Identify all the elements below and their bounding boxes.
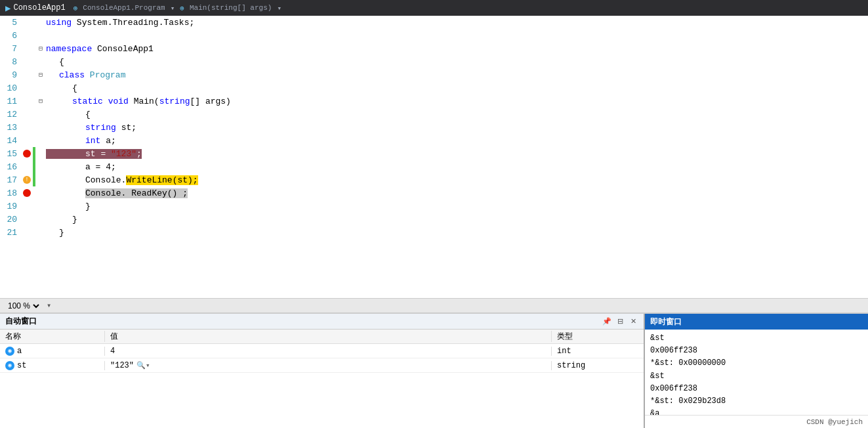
immediate-line-0: &st: [650, 332, 863, 345]
code-content-8: {: [46, 57, 64, 67]
immediate-line-3: &st: [650, 370, 863, 383]
auto-row-1[interactable]: ◉ st "123" 🔍▾ string: [0, 358, 644, 373]
collapse-area-5: [35, 16, 46, 29]
auto-panel-columns: 名称 值 类型: [0, 330, 644, 344]
collapse-area-13: [35, 121, 46, 134]
code-line-10: 10{: [0, 81, 868, 95]
code-line-6: 6: [0, 29, 868, 42]
breadcrumb-separator: ▾: [171, 4, 175, 12]
app-icon: ▶: [5, 3, 10, 14]
var-icon-0: ◉: [5, 347, 14, 356]
collapse-area-20: [35, 213, 46, 226]
code-content-5: using System.Threading.Tasks;: [46, 18, 194, 28]
app-title: ConsoleApp1: [13, 3, 65, 12]
breadcrumb1: ConsoleApp1.Program: [83, 4, 165, 12]
auto-panel-dock-btn[interactable]: ⊟: [615, 316, 625, 327]
collapse-area-9[interactable]: ⊟: [35, 68, 46, 81]
immediate-content[interactable]: &st0x006ff238 *&st: 0x00000000&st0x006ff…: [645, 330, 868, 415]
breakpoint-red-15: [23, 150, 31, 158]
breakpoint-col-17[interactable]: !: [21, 176, 33, 184]
breadcrumb-section: ⊕ ConsoleApp1.Program ▾ ⊕ Main(string[] …: [73, 4, 863, 12]
code-content-12: {: [46, 110, 91, 119]
code-content-14: int a;: [46, 136, 116, 146]
code-editor: 5using System.Threading.Tasks;67⊟namespa…: [0, 16, 868, 298]
line-number-13: 13: [0, 123, 21, 133]
collapse-area-11[interactable]: ⊟: [35, 95, 46, 108]
line-number-6: 6: [0, 31, 21, 41]
collapse-area-17: [35, 173, 46, 186]
collapse-area-12: [35, 108, 46, 121]
line-number-19: 19: [0, 202, 21, 211]
auto-row-0[interactable]: ◉ a 4 int: [0, 344, 644, 358]
line-number-16: 16: [0, 162, 21, 172]
breakpoint-col-15[interactable]: [21, 150, 33, 158]
code-line-12: 12{: [0, 108, 868, 121]
line-number-20: 20: [0, 215, 21, 225]
breakpoint-warning-17: !: [23, 176, 31, 184]
code-line-17: 17!Console.WriteLine(st);: [0, 173, 868, 186]
line-number-5: 5: [0, 18, 21, 28]
dropdown-arrow: ▾: [47, 301, 51, 310]
code-content-17: Console.WriteLine(st);: [46, 175, 198, 185]
code-content-21: }: [46, 228, 64, 238]
collapse-area-7[interactable]: ⊟: [35, 42, 46, 55]
line-number-12: 12: [0, 110, 21, 119]
col-name-header: 名称: [0, 331, 105, 342]
auto-panel-title: 自动窗口: [5, 316, 37, 327]
code-content-20: }: [46, 215, 77, 225]
breadcrumb2: Main(string[] args): [190, 4, 272, 12]
breakpoint-col-18[interactable]: [21, 189, 33, 197]
collapse-area-18: [35, 186, 46, 200]
line-number-8: 8: [0, 57, 21, 67]
col-value-header: 值: [105, 331, 552, 342]
immediate-footer: CSDN @yuejich: [645, 415, 868, 428]
line-number-21: 21: [0, 228, 21, 238]
auto-panel-header: 自动窗口 📌 ⊟ ✕: [0, 314, 644, 330]
immediate-title: 即时窗口: [650, 316, 682, 328]
code-content-10: {: [46, 83, 77, 93]
code-line-16: 16a = 4;: [0, 160, 868, 173]
collapse-area-16: [35, 160, 46, 173]
code-content-19: }: [46, 202, 91, 211]
zoom-select[interactable]: 100 % 75 % 125 %: [5, 301, 41, 311]
collapse-area-19: [35, 200, 46, 213]
auto-row-name-text-1: st: [17, 361, 26, 370]
line-number-11: 11: [0, 96, 21, 106]
code-line-8: 8{: [0, 55, 868, 68]
var-icon-1: ◉: [5, 361, 14, 370]
immediate-line-2: *&st: 0x00000000: [650, 357, 863, 370]
line-number-18: 18: [0, 188, 21, 198]
immediate-panel: 即时窗口 &st0x006ff238 *&st: 0x00000000&st0x…: [645, 314, 868, 428]
code-line-5: 5using System.Threading.Tasks;: [0, 16, 868, 29]
auto-panel-close-btn[interactable]: ✕: [628, 316, 638, 327]
auto-row-name-text-0: a: [17, 347, 22, 356]
app-title-section: ▶ ConsoleApp1: [5, 3, 66, 14]
code-content-16: a = 4;: [46, 162, 116, 172]
collapse-area-8: [35, 55, 46, 68]
code-content-9: class Program: [46, 70, 125, 80]
code-line-21: 21}: [0, 226, 868, 239]
code-content-15: st = "123";: [46, 149, 142, 159]
breadcrumb-icon1: ⊕: [73, 4, 78, 12]
magnifier-icon-1[interactable]: 🔍▾: [136, 361, 150, 370]
code-line-18: 18Console. ReadKey() ;: [0, 186, 868, 200]
line-number-10: 10: [0, 83, 21, 93]
code-line-7: 7⊟namespace ConsoleApp1: [0, 42, 868, 55]
code-line-11: 11⊟static void Main(string[] args): [0, 95, 868, 108]
breadcrumb-dropdown: ▾: [277, 4, 281, 12]
auto-row-value-1: "123" 🔍▾: [105, 361, 552, 370]
bottom-panels: 自动窗口 📌 ⊟ ✕ 名称 值 类型 ◉ a 4 int ◉ st: [0, 312, 868, 428]
code-content-7: namespace ConsoleApp1: [46, 44, 154, 54]
code-line-14: 14int a;: [0, 134, 868, 147]
line-number-15: 15: [0, 149, 21, 159]
auto-panel-pin-btn[interactable]: 📌: [602, 316, 612, 327]
line-number-9: 9: [0, 70, 21, 80]
auto-row-value-text-1: "123": [110, 361, 134, 370]
code-content-13: string st;: [46, 123, 136, 133]
status-bar: 100 % 75 % 125 % ▾: [0, 298, 868, 312]
code-content-18: Console. ReadKey() ;: [46, 188, 188, 198]
immediate-footer-text: CSDN @yuejich: [806, 418, 863, 426]
immediate-line-5: *&st: 0x029b23d8: [650, 395, 863, 408]
auto-row-value-0: 4: [105, 347, 552, 356]
col-type-header: 类型: [552, 331, 644, 342]
